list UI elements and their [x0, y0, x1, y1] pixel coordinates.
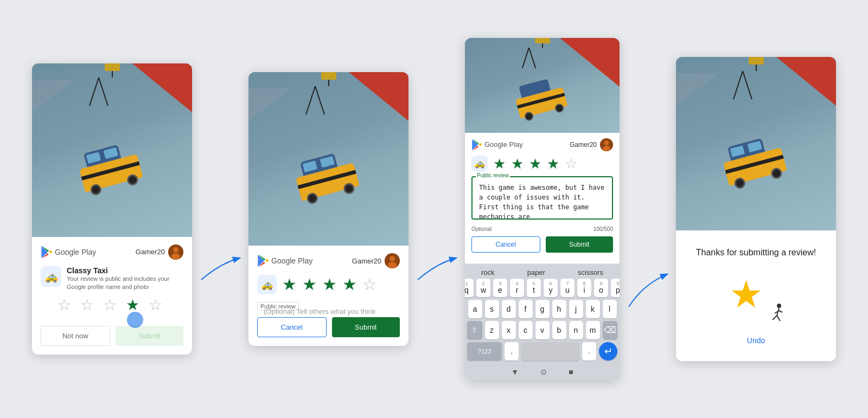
not-now-button[interactable]: Not now — [41, 326, 110, 346]
optional-hint: Optional — [471, 226, 492, 232]
key-enter[interactable]: ↵ — [599, 342, 617, 361]
screen2-header: Google Play Gamer20 — [257, 253, 400, 268]
keyboard-3: rock paper scissors 1q 2w 3e 4r 5t 6y 7u… — [465, 263, 620, 381]
key-space[interactable] — [521, 342, 579, 361]
key-p[interactable]: 0p — [611, 279, 620, 297]
key-d[interactable]: d — [502, 300, 516, 318]
key-w[interactable]: 2w — [476, 279, 490, 297]
keyboard-row-0: 1q 2w 3e 4r 5t 6y 7u 8i 9o 0p — [467, 279, 617, 297]
star-1-1[interactable]: ☆ — [58, 298, 76, 316]
suggestion-scissors[interactable]: scissors — [578, 268, 603, 276]
avatar-3 — [600, 138, 613, 151]
svg-line-14 — [773, 316, 777, 320]
key-c[interactable]: c — [519, 321, 533, 339]
undo-link[interactable]: Undo — [687, 336, 825, 345]
rev-star-3-4[interactable]: ★ — [547, 157, 559, 171]
rev-star-2-4[interactable]: ★ — [342, 276, 357, 293]
svg-point-5 — [390, 256, 395, 261]
screen3-review-area: Google Play Gamer20 — [465, 133, 620, 263]
rev-star-2-5[interactable]: ☆ — [362, 276, 377, 293]
rev-star-2-1[interactable]: ★ — [282, 276, 297, 293]
keyboard-row-3: ?123 , . ↵ — [467, 342, 617, 361]
suggestion-rock[interactable]: rock — [481, 268, 495, 276]
hint-count-row: Optional 100/500 — [471, 226, 613, 232]
nav-recent[interactable]: ■ — [569, 368, 573, 376]
user-info-3: Gamer20 — [570, 138, 613, 151]
key-r[interactable]: 4r — [510, 279, 524, 297]
app-icon-2: 🚕 — [257, 275, 277, 294]
key-t[interactable]: 5t — [527, 279, 541, 297]
key-f[interactable]: f — [519, 300, 533, 318]
star-1-5[interactable]: ☆ — [149, 298, 167, 316]
key-k[interactable]: k — [586, 300, 600, 318]
key-q[interactable]: 1q — [465, 279, 474, 297]
key-i[interactable]: 8i — [577, 279, 591, 297]
svg-line-17 — [779, 311, 782, 312]
rev-star-3-2[interactable]: ★ — [511, 157, 524, 171]
star-1-2[interactable]: ☆ — [80, 298, 99, 316]
app-icon-1: 🚕 — [41, 266, 61, 287]
key-h[interactable]: h — [552, 300, 566, 318]
username-2: Gamer20 — [352, 257, 381, 265]
review-textarea-3[interactable] — [471, 176, 613, 220]
submit-button-3[interactable]: Submit — [546, 236, 614, 253]
app-icon-3: 🚕 — [471, 156, 488, 172]
key-v[interactable]: v — [535, 321, 550, 339]
rev-star-3-1[interactable]: ★ — [493, 157, 506, 171]
user-info-1: Gamer20 — [136, 245, 183, 260]
screen2-phone: Google Play Gamer20 — [248, 72, 409, 346]
rev-star-3-3[interactable]: ★ — [529, 157, 541, 171]
app-text-1: Classy Taxi Your review is public and in… — [67, 266, 183, 292]
cancel-button-3[interactable]: Cancel — [471, 236, 540, 253]
nav-back[interactable]: ▼ — [511, 368, 519, 376]
key-shift[interactable]: ⇧ — [467, 321, 482, 339]
screen2-stars-row[interactable]: 🚕 ★ ★ ★ ★ ☆ — [257, 275, 400, 294]
svg-point-12 — [777, 304, 781, 308]
user-info-2: Gamer20 — [352, 253, 400, 268]
key-z[interactable]: z — [485, 321, 499, 339]
key-u[interactable]: 7u — [560, 279, 575, 297]
star-1-3[interactable]: ☆ — [103, 298, 122, 316]
key-b[interactable]: b — [552, 321, 566, 339]
rev-star-2-2[interactable]: ★ — [302, 276, 317, 293]
cancel-submit-row-3: Cancel Submit — [471, 236, 613, 253]
key-comma[interactable]: , — [505, 342, 519, 361]
rev-star-3-5[interactable]: ☆ — [565, 157, 577, 171]
key-g[interactable]: g — [535, 300, 550, 318]
big-star-icon: ★ — [729, 275, 763, 313]
suggestion-paper[interactable]: paper — [527, 268, 545, 276]
running-character — [767, 303, 783, 324]
submit-button-1[interactable]: Submit — [116, 326, 184, 346]
screen4-phone: Thanks for submitting a review! ★ — [676, 57, 836, 361]
screen1-header: Google Play Gamer20 — [41, 245, 183, 260]
thanks-panel: Thanks for submitting a review! ★ — [676, 230, 836, 361]
field-wrapper-3: Public review — [471, 176, 613, 224]
key-y[interactable]: 6y — [544, 279, 558, 297]
thanks-text: Thanks for submitting a review! — [687, 247, 825, 259]
key-sym[interactable]: ?123 — [467, 342, 502, 361]
key-e[interactable]: 3e — [493, 279, 507, 297]
key-a[interactable]: a — [468, 300, 482, 318]
key-o[interactable]: 9o — [594, 279, 608, 297]
stars-row-1[interactable]: ☆ ☆ ☆ ★ ☆ — [41, 298, 183, 316]
username-3: Gamer20 — [570, 141, 597, 149]
star-1-4[interactable]: ★ — [126, 298, 144, 316]
key-j[interactable]: j — [569, 300, 583, 318]
svg-point-2 — [171, 253, 180, 260]
rev-star-2-3[interactable]: ★ — [322, 276, 337, 293]
key-period[interactable]: . — [582, 342, 596, 361]
key-x[interactable]: x — [502, 321, 516, 339]
nav-home[interactable]: ⊙ — [540, 368, 547, 376]
field-label-active-3: Public review — [476, 172, 510, 178]
key-n[interactable]: n — [569, 321, 583, 339]
key-l[interactable]: l — [603, 300, 617, 318]
app-subtitle-1: Your review is public and includes your … — [67, 275, 183, 292]
key-m[interactable]: m — [586, 321, 600, 339]
screen3-stars-row[interactable]: 🚕 ★ ★ ★ ★ ☆ — [471, 156, 613, 172]
key-s[interactable]: s — [485, 300, 499, 318]
key-backspace[interactable]: ⌫ — [603, 321, 618, 339]
google-play-logo-1: Google Play — [41, 246, 96, 258]
screen1-phone: Google Play Gamer20 — [32, 63, 192, 355]
google-play-label-3: Google Play — [484, 140, 523, 149]
game-screenshot-3 — [465, 38, 620, 133]
